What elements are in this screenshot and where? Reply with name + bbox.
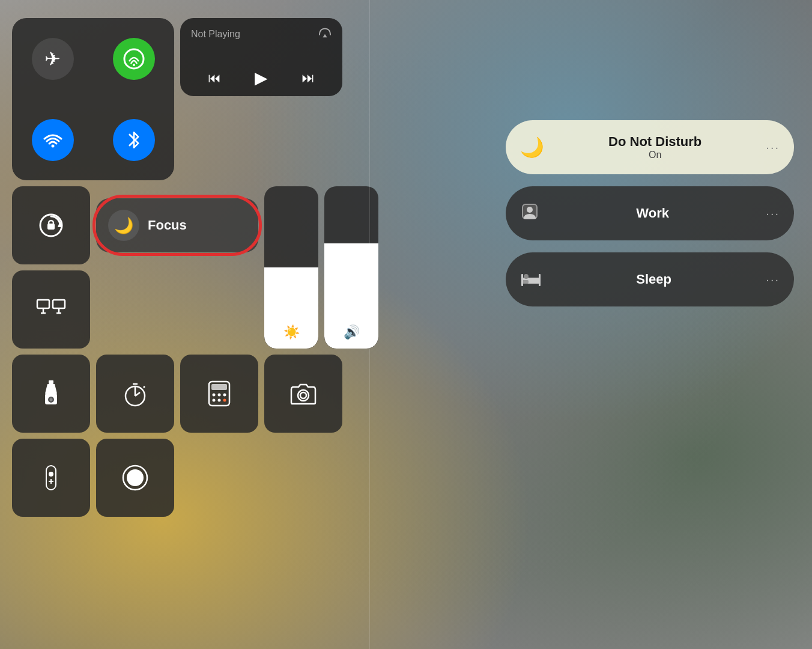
flashlight-button[interactable]	[12, 355, 90, 433]
brightness-icon: ☀️	[283, 324, 300, 340]
sleep-title: Sleep	[636, 272, 671, 287]
now-playing-title: Not Playing	[191, 29, 240, 40]
svg-rect-14	[49, 380, 53, 384]
svg-point-26	[218, 394, 221, 397]
svg-rect-7	[49, 221, 53, 225]
calculator-button[interactable]	[180, 355, 258, 433]
dnd-subtitle: On	[649, 150, 661, 160]
bottom-row	[12, 439, 360, 517]
svg-point-31	[298, 390, 309, 401]
media-next-button[interactable]: ⏭	[301, 70, 315, 86]
media-prev-button[interactable]: ⏮	[208, 70, 221, 86]
sleep-option[interactable]: Sleep ···	[506, 252, 794, 306]
media-controls: ⏮ ▶ ⏭	[191, 68, 332, 88]
focus-button[interactable]: 🌙 Focus	[96, 198, 258, 252]
wifi-calling-icon	[113, 38, 155, 80]
focus-moon-icon: 🌙	[108, 210, 139, 241]
svg-point-25	[213, 394, 216, 397]
screen-mirror-button[interactable]	[12, 270, 90, 349]
airplane-icon: ✈	[32, 38, 74, 80]
dnd-title: Do Not Disturb	[608, 134, 701, 150]
dnd-moon-icon: 🌙	[520, 136, 544, 159]
wifi-button[interactable]	[12, 99, 93, 180]
svg-rect-43	[521, 274, 523, 286]
svg-point-1	[133, 64, 135, 66]
svg-point-28	[213, 399, 216, 402]
svg-point-32	[300, 392, 306, 398]
wifi-icon	[32, 119, 74, 161]
connectivity-tile[interactable]: ✈	[12, 18, 174, 180]
work-text: Work	[549, 206, 756, 221]
sleep-more-button[interactable]: ···	[766, 273, 780, 287]
dnd-text: Do Not Disturb On	[554, 134, 756, 160]
work-title: Work	[636, 206, 669, 221]
focus-menu-panel: 🌙 Do Not Disturb On ··· Work ···	[506, 120, 794, 306]
row-2: 🌙 Focus ☀️ 🔊	[12, 186, 360, 349]
bluetooth-button[interactable]	[93, 99, 174, 180]
svg-rect-8	[37, 300, 49, 308]
control-center-panel: ✈	[12, 18, 360, 517]
svg-line-22	[144, 386, 145, 388]
svg-rect-44	[539, 274, 541, 286]
svg-point-2	[51, 144, 54, 147]
media-play-button[interactable]: ▶	[255, 68, 268, 88]
work-icon	[520, 202, 539, 225]
camera-button[interactable]	[264, 355, 342, 433]
svg-point-38	[127, 469, 144, 486]
svg-point-29	[218, 399, 221, 402]
dnd-more-button[interactable]: ···	[766, 141, 780, 154]
panel-divider	[369, 0, 370, 649]
timer-button[interactable]	[96, 355, 174, 433]
bluetooth-icon	[113, 119, 155, 161]
svg-point-17	[50, 398, 53, 401]
svg-point-30	[223, 399, 226, 402]
airplane-mode-button[interactable]: ✈	[12, 18, 93, 99]
svg-point-34	[49, 472, 53, 476]
volume-icon: 🔊	[344, 324, 360, 340]
svg-rect-24	[211, 384, 227, 390]
utilities-row	[12, 355, 360, 433]
volume-slider[interactable]: 🔊	[324, 186, 378, 349]
do-not-disturb-option[interactable]: 🌙 Do Not Disturb On ···	[506, 120, 794, 174]
svg-rect-33	[46, 466, 56, 490]
brightness-slider[interactable]: ☀️	[264, 186, 318, 349]
sleep-icon	[520, 268, 542, 291]
work-more-button[interactable]: ···	[766, 207, 780, 221]
row-1: ✈	[12, 18, 360, 180]
wifi-calling-button[interactable]	[93, 18, 174, 99]
sleep-text: Sleep	[551, 272, 756, 287]
media-header: Not Playing	[191, 26, 332, 41]
svg-point-45	[524, 274, 529, 279]
svg-point-40	[527, 207, 533, 213]
sliders-area: ☀️ 🔊	[264, 186, 378, 349]
apple-tv-remote-button[interactable]	[12, 439, 90, 517]
focus-label: Focus	[148, 218, 187, 233]
svg-point-27	[223, 394, 226, 397]
rotation-lock-button[interactable]	[12, 186, 90, 264]
svg-marker-3	[323, 34, 327, 37]
svg-rect-9	[53, 300, 65, 308]
screen-record-button[interactable]	[96, 439, 174, 517]
media-tile: Not Playing ⏮ ▶ ⏭	[180, 18, 342, 96]
airplay-icon[interactable]	[318, 26, 332, 41]
work-option[interactable]: Work ···	[506, 186, 794, 240]
